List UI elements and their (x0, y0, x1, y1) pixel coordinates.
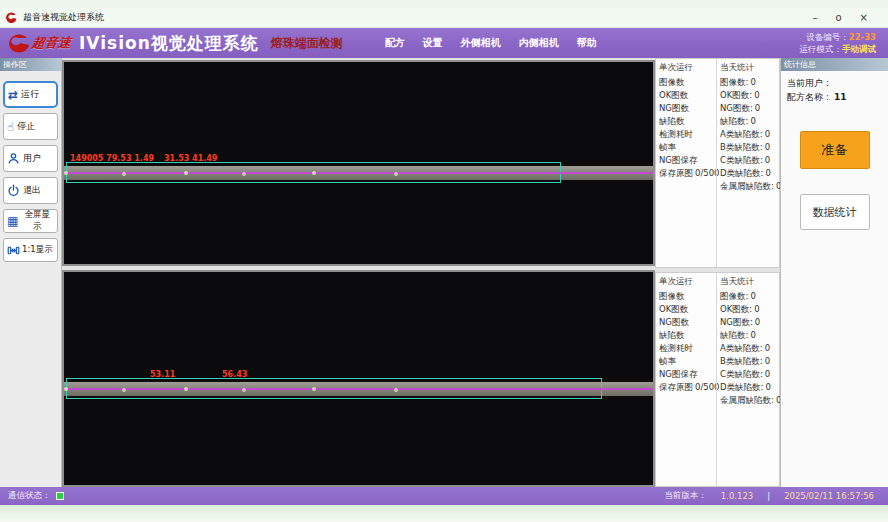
stat-value: 0 (750, 329, 755, 342)
stat-value: 0 (750, 115, 755, 128)
stat-label: OK图数: (720, 89, 752, 102)
stat-label: 缺陷数: (720, 329, 748, 342)
stat-value: 0 (765, 167, 770, 180)
stat-label: 图像数: (720, 290, 748, 303)
stat-row: 金属屑缺陷数:0 (717, 180, 784, 193)
one-to-one-button[interactable]: 1:1显示 (3, 238, 58, 262)
run-mode-label: 运行模式： (800, 44, 843, 54)
stat-row: 图像数:0 (717, 290, 784, 303)
app-logo-icon (6, 12, 18, 24)
stat-label: 缺陷数: (720, 115, 748, 128)
stat-row: 缺陷数:0 (717, 115, 784, 128)
one-to-one-button-label: 1:1显示 (22, 244, 53, 256)
defect-marks (64, 171, 68, 175)
measurement-annotation: 149005 79.53 1.49 (70, 154, 154, 163)
run-button[interactable]: ⇄ 运行 (3, 81, 58, 108)
statistics-info-panel: 统计信息 当前用户： 配方名称：11 准备 数据统计 (780, 58, 888, 487)
one-to-one-icon (7, 244, 20, 257)
fullscreen-grid-icon: ▦ (7, 214, 18, 228)
minimize-button[interactable]: – (812, 12, 817, 24)
close-button[interactable]: × (860, 12, 868, 24)
stat-value: 0 (765, 355, 770, 368)
menu-item-inner-camera[interactable]: 内侧相机 (519, 36, 559, 50)
stat-value: 0 (750, 76, 755, 89)
stat-label: D类缺陷数: (720, 381, 763, 394)
menu-item-recipe[interactable]: 配方 (385, 36, 405, 50)
stat-label: 帧率 (659, 141, 676, 154)
stat-value: 0 (765, 368, 770, 381)
stat-label: A类缺陷数: (720, 128, 763, 141)
stat-row: A类缺陷数:0 (717, 342, 784, 355)
info-rows: 当前用户： 配方名称：11 (781, 71, 888, 109)
restore-button[interactable]: o (835, 12, 841, 24)
statusbar-right: 当前版本： 1.0.123 | 2025/02/11 16:57:56 (664, 490, 880, 502)
weld-seam-line (64, 388, 653, 390)
stat-label: 金属屑缺陷数: (720, 394, 774, 407)
stat-row: C类缺陷数:0 (717, 368, 784, 381)
single-run-stats: 单次运行 图像数 OK图数 NG图数 缺陷数 检测耗时 帧率 NG图保存 保存原… (656, 59, 716, 267)
stat-label: 图像数: (720, 76, 748, 89)
camera-view-top[interactable]: 149005 79.53 1.49 31.53 41.49 (62, 60, 655, 266)
stat-row: OK图数:0 (717, 89, 784, 102)
recipe-name-value: 11 (834, 92, 847, 102)
stat-value: 0 (765, 381, 770, 394)
stat-label: 保存原图 (659, 167, 693, 180)
stat-row: 缺陷数:0 (717, 329, 784, 342)
stat-row: 缺陷数 (656, 115, 716, 128)
stat-value: 0 (765, 342, 770, 355)
stat-row: 帧率 (656, 355, 716, 368)
menu-item-outer-camera[interactable]: 外侧相机 (461, 36, 501, 50)
application-window: 超音速视觉处理系统 – o × 超音速 IVision视觉处理系统 熔珠端面检测… (0, 0, 888, 522)
stat-value: 0 (765, 128, 770, 141)
run-mode-value: 手动调试 (842, 44, 876, 54)
stat-label: 缺陷数 (659, 329, 685, 342)
statistics-info-title: 统计信息 (781, 58, 888, 71)
version-value: 1.0.123 (721, 491, 753, 501)
ready-button[interactable]: 准备 (800, 131, 870, 169)
stat-label: 检测耗时 (659, 128, 693, 141)
stat-label: D类缺陷数: (720, 167, 763, 180)
menu-item-help[interactable]: 帮助 (577, 36, 597, 50)
brand-swoosh-icon (8, 33, 30, 53)
operation-area-title: 操作区 (0, 58, 61, 71)
single-run-title: 单次运行 (656, 273, 716, 290)
stat-label: 金属屑缺陷数: (720, 180, 774, 193)
stat-row: 图像数:0 (717, 76, 784, 89)
stat-row: NG图数 (656, 316, 716, 329)
stop-button[interactable]: ☝ 停止 (3, 113, 58, 140)
titlebar: 超音速视觉处理系统 – o × (0, 8, 888, 28)
data-statistics-button[interactable]: 数据统计 (800, 194, 870, 230)
camera-view-bottom[interactable]: 53.11 56.43 (62, 270, 655, 487)
stat-value: 0 (754, 303, 759, 316)
exit-button[interactable]: 退出 (3, 177, 58, 204)
stat-row: 图像数 (656, 290, 716, 303)
comm-status-indicator (56, 492, 64, 500)
today-stats: 当天统计 图像数:0 OK图数:0 NG图数:0 缺陷数:0 A类缺陷数:0 B… (716, 273, 784, 486)
stat-value: 0 (754, 89, 759, 102)
stat-value: 0 (755, 316, 760, 329)
stat-label: C类缺陷数: (720, 154, 763, 167)
user-button[interactable]: 用户 (3, 145, 58, 172)
stat-row: 检测耗时 (656, 128, 716, 141)
stat-label: OK图数 (659, 89, 688, 102)
stat-row: NG图数:0 (717, 102, 784, 115)
main-area: 操作区 ⇄ 运行 ☝ 停止 用户 (0, 58, 888, 487)
device-number-label: 设备编号： (806, 32, 849, 42)
statusbar: 通信状态： 当前版本： 1.0.123 | 2025/02/11 16:57:5… (0, 487, 888, 505)
stop-button-label: 停止 (17, 120, 35, 133)
stat-value: 0 (765, 154, 770, 167)
stats-section-top: 单次运行 图像数 OK图数 NG图数 缺陷数 检测耗时 帧率 NG图保存 保存原… (655, 58, 780, 268)
stat-value: 0 (755, 102, 760, 115)
stat-label: B类缺陷数: (720, 141, 763, 154)
version-label: 当前版本： (664, 490, 707, 502)
stat-label: NG图数 (659, 102, 689, 115)
fullscreen-button[interactable]: ▦ 全屏显示 (3, 209, 58, 233)
stat-row: OK图数 (656, 89, 716, 102)
device-info: 设备编号：22-33 运行模式：手动调试 (800, 31, 881, 55)
stat-label: NG图数 (659, 316, 689, 329)
today-stats: 当天统计 图像数:0 OK图数:0 NG图数:0 缺陷数:0 A类缺陷数:0 B… (716, 59, 784, 267)
stat-label: 帧率 (659, 355, 676, 368)
menu-item-settings[interactable]: 设置 (423, 36, 443, 50)
measurement-annotation: 53.11 (150, 370, 175, 379)
stat-row: B类缺陷数:0 (717, 355, 784, 368)
